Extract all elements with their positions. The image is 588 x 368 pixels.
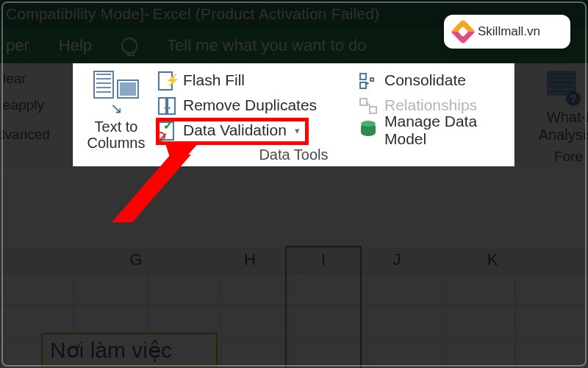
dim-overlay — [0, 166, 588, 368]
data-validation-button[interactable]: ✓ Data Validation ▾ — [158, 118, 359, 143]
flash-fill-icon — [158, 71, 177, 89]
watermark-badge: Skillmall.vn — [444, 15, 570, 49]
remove-duplicates-label: Remove Duplicates — [183, 96, 317, 114]
remove-duplicates-icon: → — [158, 96, 177, 114]
flash-fill-button[interactable]: Flash Fill — [158, 68, 359, 93]
remove-duplicates-button[interactable]: → Remove Duplicates — [158, 93, 359, 118]
manage-data-model-icon — [359, 121, 379, 139]
consolidate-icon: ▸ — [359, 71, 379, 89]
text-to-columns-label-1: Text to — [95, 118, 138, 135]
skillmall-logo-icon — [451, 19, 476, 44]
watermark-text: Skillmall.vn — [478, 24, 540, 39]
dim-overlay — [0, 63, 73, 166]
data-tools-group-label: Data Tools — [73, 146, 514, 163]
text-to-columns-button[interactable]: ↘ Text to Columns — [77, 68, 155, 149]
data-validation-label: Data Validation — [183, 121, 287, 139]
consolidate-button[interactable]: ▸ Consolidate — [359, 68, 511, 93]
text-to-columns-icon — [77, 71, 155, 99]
manage-data-model-label: Manage Data Model — [384, 113, 511, 148]
data-validation-icon: ✓ — [158, 121, 177, 139]
dim-overlay — [514, 63, 588, 166]
dropdown-caret-icon[interactable]: ▾ — [294, 125, 301, 136]
relationships-icon — [359, 96, 379, 114]
arrow-icon: ↘ — [77, 99, 155, 117]
consolidate-label: Consolidate — [384, 71, 466, 89]
flash-fill-label: Flash Fill — [183, 71, 245, 89]
data-tools-group: ↘ Text to Columns Flash Fill ▸ Consolida… — [73, 63, 514, 166]
relationships-label: Relationships — [384, 96, 477, 114]
manage-data-model-button[interactable]: Manage Data Model — [359, 118, 511, 143]
